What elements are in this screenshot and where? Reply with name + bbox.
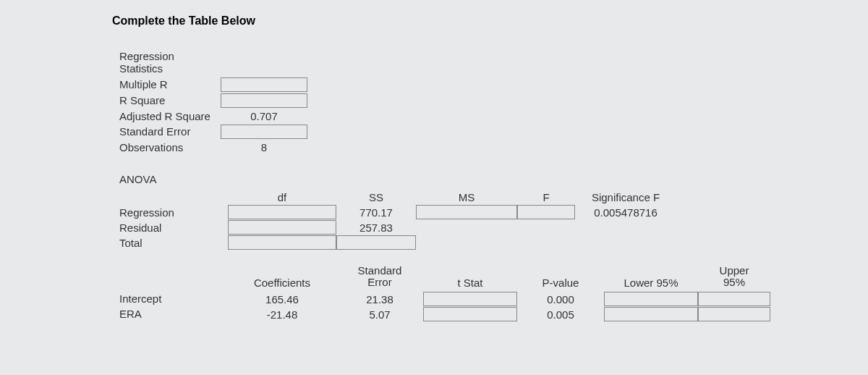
input-r-square[interactable] [221,93,307,108]
header-std-error: Standard Error [336,265,423,291]
input-intercept-upper[interactable] [698,292,770,306]
stats-heading-line1: Regression [119,50,174,62]
label-residual: Residual [119,220,228,235]
header-f: F [517,191,575,205]
value-regression-ss: 770.17 [336,206,416,219]
label-intercept: Intercept [119,291,228,306]
stats-heading: Regression Statistics [119,49,221,76]
input-intercept-t[interactable] [423,292,517,306]
value-intercept-p: 0.000 [517,292,604,306]
value-era-coef: -21.48 [228,308,336,321]
input-std-error[interactable] [221,125,307,139]
header-p-value: P-value [517,277,604,291]
label-multiple-r: Multiple R [119,77,221,91]
label-adj-r-square: Adjusted R Square [119,109,221,123]
input-era-lower[interactable] [604,307,698,321]
anova-table: df SS MS F Significance F Regression 770… [119,191,868,250]
header-std-error-line2: Error [367,276,391,288]
label-era: ERA [119,306,228,321]
header-ss: SS [336,191,416,205]
input-residual-df[interactable] [228,220,336,235]
input-era-upper[interactable] [698,307,770,321]
input-total-ss[interactable] [336,235,416,250]
header-ms: MS [416,191,517,205]
header-df: df [228,191,336,205]
header-upper-95-line2: 95% [723,276,745,288]
header-upper-95-line1: Upper [720,264,749,277]
label-observations: Observations [119,140,221,154]
content-area: Regression Statistics Multiple R R Squar… [119,49,868,321]
value-residual-ss: 257.83 [336,221,416,235]
input-regression-f[interactable] [517,205,575,219]
value-adj-r-square: 0.707 [221,109,307,123]
label-total: Total [119,235,228,250]
stats-heading-line2: Statistics [119,62,163,75]
value-era-se: 5.07 [336,308,423,321]
header-t-stat: t Stat [423,277,517,291]
regression-stats-table: Regression Statistics Multiple R R Squar… [119,49,868,154]
input-multiple-r[interactable] [221,77,307,92]
header-coefficients: Coefficients [228,277,336,291]
label-r-square: R Square [119,93,221,107]
input-regression-df[interactable] [228,205,336,219]
value-era-p: 0.005 [517,308,604,321]
input-total-df[interactable] [228,235,336,250]
header-sig-f: Significance F [575,191,676,205]
page-title: Complete the Table Below [112,14,868,28]
label-std-error: Standard Error [119,125,221,138]
header-std-error-line1: Standard [358,264,402,277]
value-intercept-coef: 165.46 [228,292,336,306]
input-regression-ms[interactable] [416,205,517,219]
value-regression-sigf: 0.005478716 [575,206,676,219]
input-intercept-lower[interactable] [604,292,698,306]
header-upper-95: Upper 95% [698,265,770,291]
value-intercept-se: 21.38 [336,292,423,306]
label-regression: Regression [119,205,228,220]
coefficients-table: Coefficients Standard Error t Stat P-val… [119,265,868,321]
input-era-t[interactable] [423,307,517,321]
value-observations: 8 [221,140,307,154]
header-lower-95: Lower 95% [604,277,698,291]
anova-heading: ANOVA [119,172,868,187]
